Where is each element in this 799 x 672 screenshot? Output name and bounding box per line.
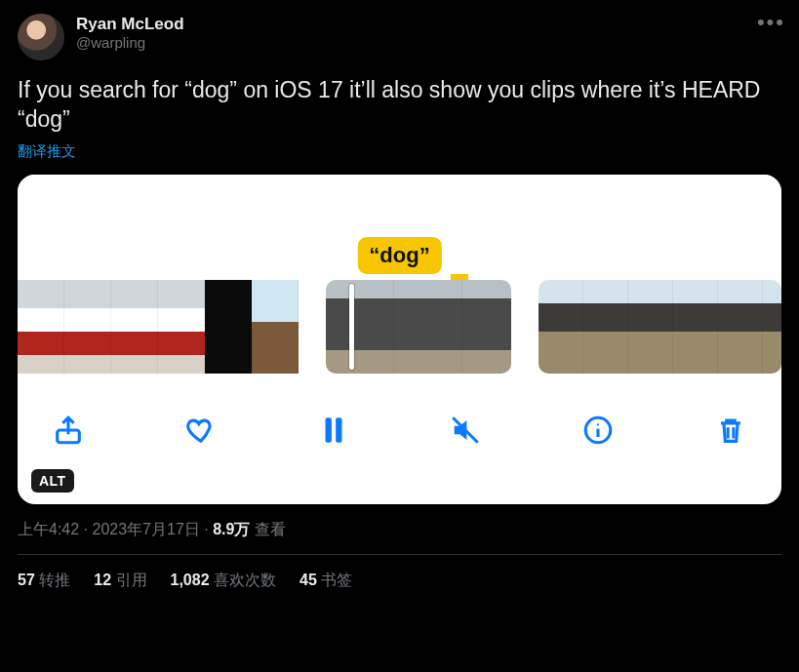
more-icon[interactable]: ••• [757, 10, 785, 35]
media-header: “dog” [18, 175, 781, 280]
thumbnail [673, 280, 718, 374]
clip-3[interactable] [539, 280, 781, 374]
author-handle: @warpling [76, 34, 184, 53]
trash-icon[interactable] [713, 413, 748, 448]
thumbnail [462, 280, 511, 374]
svg-rect-1 [325, 417, 331, 443]
svg-point-5 [597, 423, 599, 425]
thumbnail [718, 280, 763, 374]
quotes[interactable]: 12 引用 [94, 571, 146, 591]
tweet-container: ••• Ryan McLeod @warpling If you search … [0, 0, 799, 605]
info-icon[interactable] [580, 413, 616, 448]
caption-marker [451, 274, 468, 280]
mute-icon[interactable] [448, 413, 483, 448]
thumbnail [394, 280, 462, 374]
views-label: 查看 [255, 521, 286, 537]
playhead[interactable] [349, 284, 354, 370]
thumbnail [205, 280, 252, 374]
alt-badge[interactable]: ALT [31, 469, 74, 493]
tweet-header: Ryan McLeod @warpling [18, 14, 781, 60]
thumbnail [628, 280, 673, 374]
avatar[interactable] [18, 14, 64, 60]
bookmarks[interactable]: 45 书签 [300, 571, 352, 591]
thumbnail [763, 280, 781, 374]
thumbnail [539, 280, 583, 374]
translate-link[interactable]: 翻译推文 [18, 142, 781, 161]
thumbnail [158, 280, 205, 374]
media-card[interactable]: “dog” [18, 175, 781, 504]
pause-icon[interactable] [316, 413, 351, 448]
thumbnail [583, 280, 628, 374]
caption-badge: “dog” [357, 237, 441, 274]
time[interactable]: 上午4:42 [18, 521, 79, 537]
svg-rect-2 [336, 417, 341, 443]
thumbnail [18, 280, 64, 374]
heart-icon[interactable] [183, 413, 219, 448]
clip-2-active[interactable] [326, 280, 511, 374]
share-icon[interactable] [51, 413, 86, 448]
clip-1[interactable] [18, 280, 299, 374]
date[interactable]: 2023年7月17日 [92, 521, 199, 537]
thumbnail [64, 280, 111, 374]
tweet-meta: 上午4:42 · 2023年7月17日 · 8.9万 查看 [18, 520, 781, 540]
likes[interactable]: 1,082 喜欢次数 [171, 571, 277, 591]
thumbnail [326, 280, 394, 374]
thumbnail [111, 280, 158, 374]
author-names[interactable]: Ryan McLeod @warpling [76, 14, 184, 53]
views-count: 8.9万 [213, 521, 250, 537]
retweets[interactable]: 57 转推 [18, 571, 70, 591]
media-toolbar [18, 374, 781, 471]
tweet-body: If you search for “dog” on iOS 17 it’ll … [18, 76, 781, 135]
video-timeline[interactable] [18, 280, 781, 374]
author-display-name: Ryan McLeod [76, 14, 184, 34]
tweet-stats: 57 转推 12 引用 1,082 喜欢次数 45 书签 [18, 555, 781, 591]
thumbnail [252, 280, 299, 374]
